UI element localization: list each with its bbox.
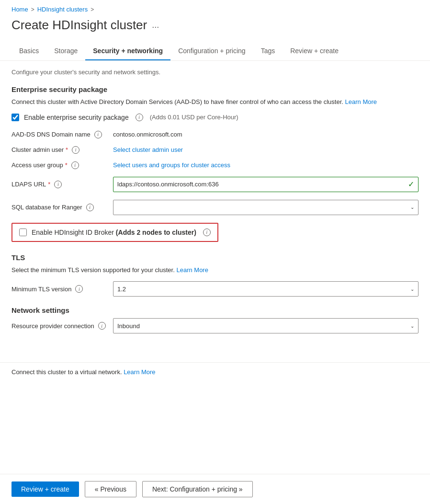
sql-database-ranger-dropdown[interactable]: ⌄ bbox=[113, 200, 419, 215]
breadcrumb: Home > HDInsight clusters > bbox=[0, 0, 430, 16]
tls-section: TLS Select the minimum TLS version suppo… bbox=[11, 253, 419, 297]
tab-description: Configure your cluster's security and ne… bbox=[11, 69, 419, 76]
tls-learn-more[interactable]: Learn More bbox=[176, 266, 208, 274]
min-tls-version-row: Minimum TLS version i 1.2 ⌄ bbox=[11, 281, 419, 297]
ldaps-url-info-icon[interactable]: i bbox=[54, 181, 62, 188]
sql-database-ranger-label: SQL database for Ranger i bbox=[11, 204, 107, 211]
cluster-admin-info-icon[interactable]: i bbox=[72, 146, 79, 154]
enable-esp-info-icon[interactable]: i bbox=[136, 114, 143, 121]
breadcrumb-home[interactable]: Home bbox=[11, 6, 28, 13]
enterprise-security-section: Enterprise security package Connect this… bbox=[11, 85, 419, 242]
ldaps-url-check-icon: ✓ bbox=[408, 180, 414, 189]
ldaps-url-required: * bbox=[48, 181, 50, 188]
min-tls-version-dropdown[interactable]: 1.2 ⌄ bbox=[113, 281, 419, 297]
enterprise-security-description: Connect this cluster with Active Directo… bbox=[11, 97, 419, 107]
footer: Review + create « Previous Next: Configu… bbox=[0, 474, 430, 504]
aad-ds-dns-label: AAD-DS DNS Domain name i bbox=[11, 131, 107, 138]
next-button[interactable]: Next: Configuration + pricing » bbox=[142, 481, 253, 497]
id-broker-checkbox[interactable] bbox=[19, 229, 27, 236]
page-title: Create HDInsight cluster bbox=[11, 18, 147, 33]
aad-ds-dns-info-icon[interactable]: i bbox=[94, 131, 102, 138]
tab-tags[interactable]: Tags bbox=[253, 42, 283, 60]
enterprise-security-learn-more[interactable]: Learn More bbox=[345, 98, 377, 105]
enable-esp-adds-note: (Adds 0.01 USD per Core-Hour) bbox=[150, 114, 238, 121]
cluster-admin-row: Cluster admin user * i Select cluster ad… bbox=[11, 146, 419, 154]
network-settings-section: Network settings Resource provider conne… bbox=[11, 306, 419, 333]
breadcrumb-sep2: > bbox=[91, 6, 94, 13]
cluster-admin-link[interactable]: Select cluster admin user bbox=[113, 146, 183, 153]
resource-provider-connection-info-icon[interactable]: i bbox=[98, 322, 106, 330]
enable-esp-row: Enable enterprise security package i (Ad… bbox=[11, 114, 419, 121]
id-broker-label: Enable HDInsight ID Broker (Adds 2 nodes… bbox=[32, 229, 196, 236]
network-settings-title: Network settings bbox=[11, 306, 419, 314]
enable-esp-checkbox[interactable] bbox=[11, 114, 19, 121]
resource-provider-connection-chevron-icon: ⌄ bbox=[410, 323, 414, 329]
tab-bar: Basics Storage Security + networking Con… bbox=[0, 42, 430, 61]
access-user-group-row: Access user group * i Select users and g… bbox=[11, 161, 419, 169]
min-tls-version-chevron-icon: ⌄ bbox=[410, 286, 414, 292]
tab-basics[interactable]: Basics bbox=[11, 42, 46, 60]
page-title-ellipsis[interactable]: ... bbox=[152, 20, 159, 30]
ldaps-url-label: LDAPS URL * i bbox=[11, 181, 107, 188]
page-title-container: Create HDInsight cluster ... bbox=[0, 16, 430, 42]
tab-review-create[interactable]: Review + create bbox=[283, 42, 346, 60]
tab-configuration-pricing[interactable]: Configuration + pricing bbox=[170, 42, 253, 60]
breadcrumb-sep1: > bbox=[31, 6, 34, 13]
resource-provider-connection-label: Resource provider connection i bbox=[11, 322, 107, 330]
sql-database-ranger-row: SQL database for Ranger i ⌄ bbox=[11, 200, 419, 215]
sql-database-ranger-info-icon[interactable]: i bbox=[86, 204, 94, 211]
bottom-note-learn-more[interactable]: Learn More bbox=[124, 368, 155, 376]
aad-ds-dns-row: AAD-DS DNS Domain name i contoso.onmicro… bbox=[11, 131, 419, 138]
min-tls-version-label: Minimum TLS version i bbox=[11, 285, 107, 293]
tab-storage[interactable]: Storage bbox=[46, 42, 85, 60]
bottom-note: Connect this cluster to a virtual networ… bbox=[0, 362, 430, 381]
review-create-button[interactable]: Review + create bbox=[11, 481, 79, 497]
min-tls-version-value: 1.2 bbox=[117, 286, 126, 293]
id-broker-info-icon[interactable]: i bbox=[203, 229, 211, 236]
enterprise-security-title: Enterprise security package bbox=[11, 85, 419, 93]
breadcrumb-clusters[interactable]: HDInsight clusters bbox=[37, 6, 88, 13]
cluster-admin-label: Cluster admin user * i bbox=[11, 146, 107, 154]
tab-content: Configure your cluster's security and ne… bbox=[0, 69, 430, 353]
access-user-group-link[interactable]: Select users and groups for cluster acce… bbox=[113, 161, 230, 169]
access-user-group-info-icon[interactable]: i bbox=[71, 161, 79, 169]
enable-esp-label: Enable enterprise security package bbox=[24, 114, 129, 121]
cluster-admin-required: * bbox=[66, 146, 68, 153]
resource-provider-connection-row: Resource provider connection i Inbound ⌄ bbox=[11, 318, 419, 333]
resource-provider-connection-dropdown[interactable]: Inbound ⌄ bbox=[113, 318, 419, 333]
tls-description: Select the minimum TLS version supported… bbox=[11, 265, 419, 275]
access-user-group-label: Access user group * i bbox=[11, 161, 107, 169]
tls-title: TLS bbox=[11, 253, 419, 262]
resource-provider-connection-value: Inbound bbox=[117, 322, 140, 330]
min-tls-version-info-icon[interactable]: i bbox=[75, 285, 83, 293]
ldaps-url-input[interactable]: ldaps://contoso.onmicrosoft.com:636 ✓ bbox=[113, 177, 419, 192]
id-broker-box: Enable HDInsight ID Broker (Adds 2 nodes… bbox=[11, 223, 218, 242]
previous-button[interactable]: « Previous bbox=[85, 481, 136, 497]
aad-ds-dns-value: contoso.onmicrosoft.com bbox=[113, 131, 419, 138]
ldaps-url-row: LDAPS URL * i ldaps://contoso.onmicrosof… bbox=[11, 177, 419, 192]
access-user-group-required: * bbox=[65, 161, 68, 169]
sql-database-ranger-chevron-icon: ⌄ bbox=[410, 205, 414, 210]
tab-security-networking[interactable]: Security + networking bbox=[85, 42, 170, 60]
